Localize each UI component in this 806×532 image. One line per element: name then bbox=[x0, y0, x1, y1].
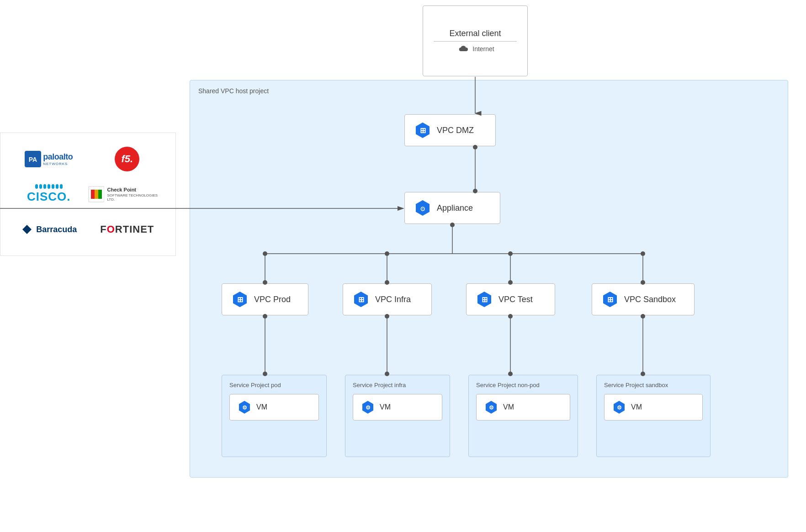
vm-hex-icon-infra: ⚙ bbox=[361, 400, 375, 415]
vpc-sandbox-icon: ⊞ bbox=[601, 291, 619, 308]
vm-label-sandbox: VM bbox=[631, 403, 642, 411]
barracuda-logo: Barracuda bbox=[10, 212, 88, 247]
vm-box-infra: ⚙ VM bbox=[353, 394, 442, 420]
svg-text:⊞: ⊞ bbox=[358, 296, 364, 303]
svg-text:⚙: ⚙ bbox=[617, 404, 622, 411]
svg-text:⊞: ⊞ bbox=[420, 127, 426, 134]
vpc-infra-box: ⊞ VPC Infra bbox=[343, 283, 432, 315]
vm-label-pod: VM bbox=[256, 403, 267, 411]
internet-label: Internet bbox=[472, 45, 494, 53]
vpc-test-box: ⊞ VPC Test bbox=[466, 283, 555, 315]
appliance-box: ⚙ Appliance bbox=[404, 192, 500, 224]
vpc-dmz-box: ⊞ VPC DMZ bbox=[404, 114, 496, 146]
vpc-infra-label: VPC Infra bbox=[375, 295, 411, 304]
shared-vpc-label: Shared VPC host project bbox=[198, 87, 269, 95]
service-project-non-pod-label: Service Project non-pod bbox=[476, 382, 570, 388]
external-client-title: External client bbox=[449, 29, 501, 38]
service-project-sandbox: Service Project sandbox ⚙ VM bbox=[596, 375, 711, 457]
svg-text:⚙: ⚙ bbox=[366, 404, 371, 411]
service-project-infra-label: Service Project infra bbox=[353, 382, 442, 388]
cisco-logo: CISCO. bbox=[10, 176, 88, 212]
service-project-non-pod: Service Project non-pod ⚙ VM bbox=[468, 375, 578, 457]
svg-rect-4 bbox=[90, 190, 94, 199]
vm-label-infra: VM bbox=[380, 403, 391, 411]
f5-logo: f5. bbox=[88, 141, 167, 176]
divider bbox=[434, 41, 517, 42]
vm-box-sandbox: ⚙ VM bbox=[604, 394, 703, 420]
service-project-pod-label: Service Project pod bbox=[229, 382, 319, 388]
vpc-infra-icon: ⊞ bbox=[352, 291, 370, 308]
vpc-sandbox-box: ⊞ VPC Sandbox bbox=[592, 283, 695, 315]
svg-text:⚙: ⚙ bbox=[420, 205, 426, 213]
svg-text:⚙: ⚙ bbox=[489, 404, 494, 411]
appliance-label: Appliance bbox=[437, 203, 473, 213]
vpc-prod-box: ⊞ VPC Prod bbox=[222, 283, 308, 315]
vm-box-non-pod: ⚙ VM bbox=[476, 394, 570, 420]
diagram-area: External client Internet Shared VPC host… bbox=[176, 0, 806, 532]
internet-label-row: Internet bbox=[456, 44, 494, 53]
vpc-prod-icon: ⊞ bbox=[231, 291, 249, 308]
vm-hex-icon-sandbox: ⚙ bbox=[612, 400, 626, 415]
vpc-prod-label: VPC Prod bbox=[254, 295, 291, 304]
service-project-sandbox-label: Service Project sandbox bbox=[604, 382, 703, 388]
appliance-icon: ⚙ bbox=[414, 199, 431, 217]
svg-text:⊞: ⊞ bbox=[482, 296, 488, 303]
vm-box-pod: ⚙ VM bbox=[229, 394, 319, 420]
vm-hex-icon-pod: ⚙ bbox=[237, 400, 252, 415]
fortinet-logo: FORTINET bbox=[88, 212, 167, 247]
external-client-box: External client Internet bbox=[423, 5, 528, 76]
svg-rect-6 bbox=[98, 190, 101, 199]
vpc-test-label: VPC Test bbox=[498, 295, 533, 304]
vpc-test-icon: ⊞ bbox=[476, 291, 493, 308]
vpc-dmz-icon: ⊞ bbox=[414, 122, 431, 139]
vendor-logo-box: PA paloalto NETWORKS f5. CISCO. bbox=[0, 133, 176, 256]
svg-text:⚙: ⚙ bbox=[242, 404, 247, 411]
svg-text:⊞: ⊞ bbox=[237, 296, 243, 303]
svg-rect-5 bbox=[94, 190, 98, 199]
service-project-pod: Service Project pod ⚙ VM bbox=[222, 375, 327, 457]
vpc-dmz-label: VPC DMZ bbox=[437, 126, 474, 135]
vm-label-non-pod: VM bbox=[503, 403, 514, 411]
paloalto-logo: PA paloalto NETWORKS bbox=[10, 141, 88, 176]
checkpoint-logo: Check Point SOFTWARE TECHNOLOGIES LTD. bbox=[88, 176, 167, 212]
cloud-icon bbox=[456, 44, 469, 53]
svg-text:⊞: ⊞ bbox=[607, 296, 613, 303]
svg-text:PA: PA bbox=[29, 156, 37, 163]
service-project-infra: Service Project infra ⚙ VM bbox=[345, 375, 450, 457]
vm-hex-icon-non-pod: ⚙ bbox=[484, 400, 498, 415]
vpc-sandbox-label: VPC Sandbox bbox=[624, 295, 676, 304]
